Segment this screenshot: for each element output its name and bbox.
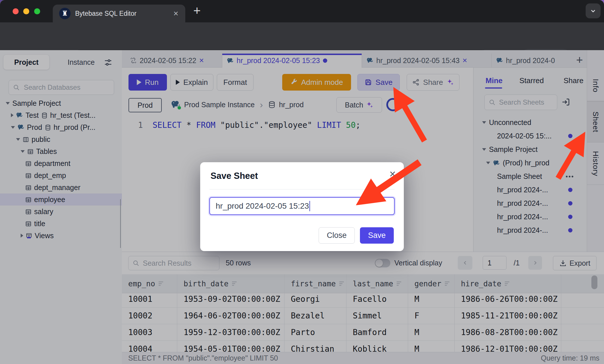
tree-item-table-title[interactable]: title — [0, 218, 122, 230]
sheet-item[interactable]: hr_prod 2024-... — [474, 224, 587, 237]
window-close-button[interactable] — [13, 8, 19, 14]
import-sheet-icon[interactable] — [561, 97, 570, 107]
sort-icon[interactable] — [445, 281, 449, 287]
dialog-save-button[interactable]: Save — [360, 227, 394, 244]
sheet-item-sample[interactable]: Sample Sheet — [474, 170, 587, 183]
tree-item-prod-db[interactable]: Prod hr_prod (Pr... — [0, 121, 122, 133]
tree-item-table-dept_emp[interactable]: dept_emp — [0, 169, 122, 181]
unsaved-dot-icon — [323, 58, 327, 63]
next-page-button[interactable] — [528, 256, 542, 270]
prev-page-button[interactable] — [458, 256, 472, 270]
more-menu-icon[interactable] — [566, 176, 573, 177]
share-button[interactable]: Share — [407, 74, 459, 91]
caret-right-icon[interactable] — [21, 234, 23, 238]
sheets-tab-share[interactable]: Share — [564, 75, 583, 87]
sort-icon[interactable] — [232, 281, 237, 287]
rail-tab-sheet[interactable]: Sheet — [587, 101, 604, 142]
format-button[interactable]: Format — [217, 74, 254, 91]
rail-tab-history[interactable]: History — [587, 142, 604, 185]
column-header-birth_date[interactable]: birth_date — [177, 274, 285, 293]
sheet-item[interactable]: hr_prod 2024-... — [474, 197, 587, 210]
column-header-hire_date[interactable]: hire_date — [455, 274, 561, 293]
tree-item-table-department[interactable]: department — [0, 157, 122, 169]
sort-icon[interactable] — [339, 281, 344, 287]
tab-close-icon[interactable]: × — [463, 56, 467, 65]
window-zoom-button[interactable] — [34, 8, 40, 14]
caret-down-icon[interactable] — [486, 162, 490, 164]
database-name[interactable]: hr_prod — [279, 101, 304, 109]
caret-down-icon[interactable] — [482, 121, 486, 124]
environment-chip[interactable]: Prod — [128, 98, 162, 112]
sort-icon[interactable] — [397, 281, 401, 287]
sheet-search[interactable] — [484, 95, 557, 110]
caret-right-icon[interactable] — [11, 113, 13, 117]
caret-down-icon[interactable] — [11, 126, 15, 129]
tab-project[interactable]: Project — [3, 55, 49, 70]
timer-ring-icon[interactable] — [386, 98, 400, 111]
caret-down-icon[interactable] — [21, 150, 25, 153]
vertical-display-label: Vertical display — [394, 252, 442, 274]
tab-search-button[interactable] — [586, 3, 601, 18]
editor-tab-3[interactable]: hr_prod 2024-02-05 15:43 × — [362, 54, 492, 67]
sheet-group-project[interactable]: Sample Project — [474, 143, 587, 156]
page-number-input[interactable] — [483, 256, 506, 270]
editor-tab-1[interactable]: 2024-02-05 15:22 × — [125, 54, 222, 67]
tree-item-schema-public[interactable]: public — [0, 133, 122, 145]
tab-instance[interactable]: Instance — [63, 55, 100, 70]
browser-tab-close-icon[interactable]: × — [173, 9, 178, 18]
sort-icon[interactable] — [505, 281, 509, 287]
batch-button[interactable]: Batch — [336, 97, 382, 113]
browser-tab[interactable]: ♜ Bytebase SQL Editor × — [53, 5, 185, 22]
caret-down-icon[interactable] — [482, 148, 486, 151]
tree-item-table-dept_manager[interactable]: dept_manager — [0, 181, 122, 193]
sheets-tab-starred[interactable]: Starred — [519, 75, 544, 87]
tree-item-table-employee[interactable]: employee — [0, 193, 122, 206]
explain-button[interactable]: Explain — [170, 74, 213, 91]
database-icon — [41, 112, 48, 118]
postgres-icon — [17, 124, 24, 131]
database-search[interactable] — [9, 80, 114, 95]
new-browser-tab-button[interactable]: + — [193, 3, 201, 18]
results-search[interactable] — [128, 256, 219, 270]
sheet-search-input[interactable] — [498, 98, 554, 107]
sheet-item[interactable]: hr_prod 2024-... — [474, 183, 587, 197]
new-sheet-tab-button[interactable]: + — [571, 54, 588, 67]
instance-name[interactable]: Prod Sample Instance — [184, 101, 255, 109]
editor-tab-4[interactable]: hr_prod 2024-0 — [492, 54, 571, 67]
sheet-item[interactable]: hr_prod 2024-... — [474, 210, 587, 224]
results-search-input[interactable] — [142, 259, 212, 268]
tree-item-test-db[interactable]: Test hr_test (Test... — [0, 109, 122, 121]
tree-item-project[interactable]: Sample Project — [0, 97, 122, 109]
tree-item-table-salary[interactable]: salary — [0, 206, 122, 218]
admin-mode-button[interactable]: Admin mode — [282, 74, 351, 91]
sql-code-line[interactable]: SELECT * FROM "public"."employee" LIMIT … — [153, 120, 361, 130]
caret-down-icon[interactable] — [6, 102, 10, 105]
scrollbar-thumb[interactable] — [591, 275, 597, 289]
column-header-emp_no[interactable]: emp_no — [122, 274, 177, 293]
tree-item-views[interactable]: Views — [0, 230, 122, 242]
sort-icon[interactable] — [159, 281, 163, 287]
dialog-close-icon[interactable]: × — [389, 169, 396, 179]
sheet-name-input[interactable]: hr_prod 2024-02-05 15:23 — [209, 197, 395, 215]
editor-tab-2-active[interactable]: hr_prod 2024-02-05 15:23 — [222, 54, 362, 68]
column-header-gender[interactable]: gender — [408, 274, 455, 293]
sheet-item[interactable]: 2024-02-05 15:... — [474, 129, 587, 143]
filter-settings-icon[interactable] — [104, 58, 112, 67]
database-search-input[interactable] — [23, 83, 105, 92]
sheet-connection[interactable]: (Prod) hr_prod — [474, 156, 587, 170]
tree-item-tables[interactable]: Tables — [0, 145, 122, 157]
sheet-group-unconnected[interactable]: Unconnected — [474, 116, 587, 129]
vertical-display-toggle[interactable] — [375, 259, 390, 267]
column-header-last_name[interactable]: last_name — [346, 274, 408, 293]
sheets-tab-mine[interactable]: Mine — [486, 75, 502, 87]
table-icon — [25, 220, 32, 227]
window-minimize-button[interactable] — [23, 8, 29, 14]
caret-down-icon[interactable] — [16, 138, 20, 141]
export-button[interactable]: Export — [553, 256, 597, 270]
rail-tab-info[interactable]: Info — [587, 70, 604, 101]
run-button[interactable]: Run — [128, 74, 167, 91]
tab-close-icon[interactable]: × — [199, 56, 204, 65]
dialog-close-button[interactable]: Close — [319, 227, 355, 244]
column-header-first_name[interactable]: first_name — [285, 274, 346, 293]
save-button[interactable]: Save — [357, 74, 400, 91]
